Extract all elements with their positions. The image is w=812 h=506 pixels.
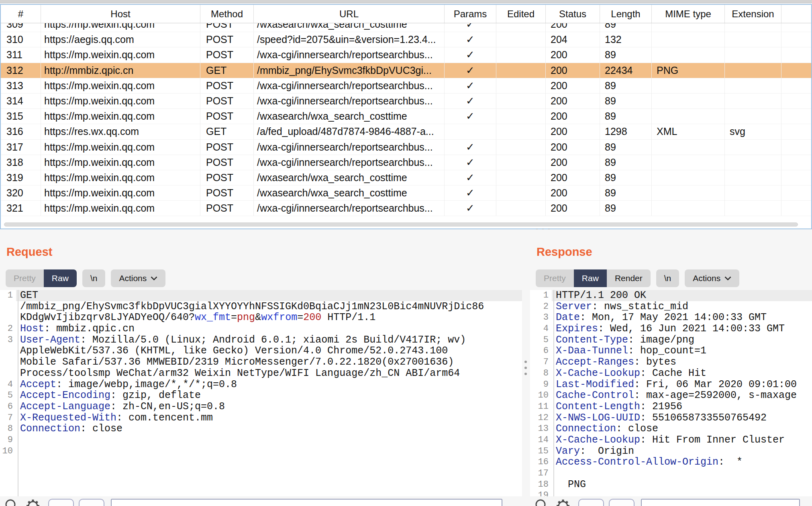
vertical-splitter-handle[interactable] bbox=[524, 361, 527, 375]
cell-num: 316 bbox=[1, 124, 41, 139]
cell-host: https://mp.weixin.qq.com bbox=[41, 78, 200, 94]
cell-host: https://mp.weixin.qq.com bbox=[41, 23, 200, 32]
cell-edited bbox=[496, 124, 546, 139]
cell-edited bbox=[496, 63, 546, 78]
line-number bbox=[0, 301, 15, 312]
search-icon[interactable] bbox=[4, 498, 18, 506]
cell-num: 312 bbox=[1, 63, 41, 78]
cell-mime: PNG bbox=[652, 63, 725, 78]
response-editor[interactable]: 1HTTP/1.1 200 OK2Server: nws_static_mid3… bbox=[530, 290, 812, 496]
table-row-318[interactable]: 318https://mp.weixin.qq.comPOST/wxa-cgi/… bbox=[1, 155, 811, 170]
table-row-310[interactable]: 310https://aegis.qq.comPOST/speed?id=207… bbox=[1, 32, 811, 47]
column-header-host[interactable]: Host bbox=[41, 5, 200, 23]
line-number: 11 bbox=[530, 401, 551, 412]
search-prev-button[interactable] bbox=[48, 499, 74, 506]
column-header-edited[interactable]: Edited bbox=[496, 5, 546, 23]
editor-line: 8Connection: close bbox=[0, 423, 522, 435]
table-row-312[interactable]: 312http://mmbiz.qpic.cnGET/mmbiz_png/Ehy… bbox=[1, 63, 811, 78]
cell-length: 89 bbox=[600, 155, 652, 170]
table-row-316[interactable]: 316https://res.wx.qq.comGET/a/fed_upload… bbox=[1, 124, 811, 139]
cell-mime bbox=[652, 23, 725, 32]
line-number: 1 bbox=[530, 290, 551, 301]
column-header-length[interactable]: Length bbox=[600, 5, 652, 23]
request-tab-pretty[interactable]: Pretty bbox=[6, 269, 44, 287]
horizontal-scrollbar[interactable] bbox=[4, 222, 798, 226]
table-row-309[interactable]: 309https://mp.weixin.qq.comPOST/wxasearc… bbox=[1, 23, 811, 32]
cell-mime bbox=[652, 155, 725, 170]
cell-host: https://mp.weixin.qq.com bbox=[41, 109, 200, 124]
cell-url: /wxasearch/wxa_search_costtime bbox=[254, 109, 445, 124]
search-icon[interactable] bbox=[534, 498, 549, 506]
response-tab-raw[interactable]: Raw bbox=[574, 269, 607, 287]
table-row-311[interactable]: 311https://mp.weixin.qq.comPOST/wxa-cgi/… bbox=[1, 47, 811, 63]
response-tab-actions[interactable]: Actions bbox=[685, 269, 739, 287]
cell-num: 317 bbox=[1, 140, 41, 155]
cell-length: 89 bbox=[600, 140, 652, 155]
cell-method: POST bbox=[200, 23, 254, 32]
cell-length: 89 bbox=[600, 23, 652, 32]
cell-ext bbox=[725, 78, 781, 94]
line-number: 6 bbox=[0, 401, 15, 412]
cell-host: https://res.wx.qq.com bbox=[41, 124, 200, 139]
editor-line: 5Content-Type: image/png bbox=[530, 335, 812, 346]
cell-num: 320 bbox=[1, 186, 41, 201]
response-tab-pretty[interactable]: Pretty bbox=[536, 269, 574, 287]
gear-icon[interactable] bbox=[555, 498, 571, 506]
column-header-method[interactable]: Method bbox=[200, 5, 254, 23]
response-tab-render[interactable]: Render bbox=[607, 269, 651, 287]
line-number: 5 bbox=[0, 390, 15, 401]
cell-url: /wxasearch/wxa_search_costtime bbox=[254, 186, 445, 201]
column-header--[interactable]: # bbox=[1, 5, 41, 23]
search-next-button[interactable] bbox=[609, 499, 635, 506]
table-row-320[interactable]: 320https://mp.weixin.qq.comPOST/wxasearc… bbox=[1, 186, 811, 201]
cell-mime bbox=[652, 32, 725, 47]
request-panel: Request PrettyRaw\nActions 1GET/mmbiz_pn… bbox=[0, 229, 522, 506]
search-next-button[interactable] bbox=[79, 499, 104, 506]
cell-status: 200 bbox=[546, 140, 600, 155]
request-tab-n[interactable]: \n bbox=[82, 269, 106, 287]
cell-length: 89 bbox=[600, 109, 652, 124]
request-tab-raw[interactable]: Raw bbox=[44, 269, 77, 287]
table-row-321[interactable]: 321https://mp.weixin.qq.comPOST/wxa-cgi/… bbox=[1, 201, 811, 216]
cell-url: /wxa-cgi/innersearch/reportsearchbus... bbox=[254, 155, 445, 170]
request-tab-actions[interactable]: Actions bbox=[111, 269, 165, 287]
cell-edited bbox=[496, 140, 546, 155]
table-row-313[interactable]: 313https://mp.weixin.qq.comPOST/wxa-cgi/… bbox=[1, 78, 811, 94]
gear-icon[interactable] bbox=[25, 498, 41, 506]
table-row-317[interactable]: 317https://mp.weixin.qq.comPOST/wxa-cgi/… bbox=[1, 140, 811, 155]
column-header-extension[interactable]: Extension bbox=[725, 5, 781, 23]
cell-length: 132 bbox=[600, 32, 652, 47]
column-header-url[interactable]: URL bbox=[254, 5, 445, 23]
cell-ext bbox=[725, 109, 781, 124]
cell-ext bbox=[725, 63, 781, 78]
cell-mime bbox=[652, 94, 725, 109]
cell-method: POST bbox=[200, 47, 254, 63]
column-header-status[interactable]: Status bbox=[546, 5, 600, 23]
editor-line: 6X-Daa-Tunnel: hop_count=1 bbox=[530, 345, 812, 357]
cell-num: 313 bbox=[1, 78, 41, 94]
table-row-319[interactable]: 319https://mp.weixin.qq.comPOST/wxasearc… bbox=[1, 170, 811, 186]
column-header-params[interactable]: Params bbox=[445, 5, 496, 23]
line-number: 4 bbox=[530, 323, 551, 335]
cell-host: https://mp.weixin.qq.com bbox=[41, 170, 200, 186]
cell-ext bbox=[725, 23, 781, 32]
search-input[interactable] bbox=[641, 499, 800, 506]
request-editor[interactable]: 1GET/mmbiz_png/EhySvmc3fkbDpVUC3gialXYYO… bbox=[0, 290, 522, 496]
search-input[interactable] bbox=[111, 499, 502, 506]
cell-edited bbox=[496, 47, 546, 63]
cell-num: 310 bbox=[1, 32, 41, 47]
cell-url: /wxa-cgi/innersearch/reportsearchbus... bbox=[254, 78, 445, 94]
response-search-bar bbox=[530, 497, 812, 506]
editor-line: 6Accept-Language: zh-CN,en-US;q=0.8 bbox=[0, 401, 522, 412]
line-number bbox=[0, 345, 15, 357]
cell-ext bbox=[725, 155, 781, 170]
cell-host: https://mp.weixin.qq.com bbox=[41, 140, 200, 155]
cell-params: ✓ bbox=[445, 201, 496, 216]
column-header-mime-type[interactable]: MIME type bbox=[652, 5, 725, 23]
table-row-315[interactable]: 315https://mp.weixin.qq.comPOST/wxasearc… bbox=[1, 109, 811, 124]
cell-params: ✓ bbox=[445, 140, 496, 155]
search-prev-button[interactable] bbox=[578, 499, 604, 506]
editor-line: Mobile Safari/537.36 MMWEBID/2319 MicroM… bbox=[0, 357, 522, 368]
table-row-314[interactable]: 314https://mp.weixin.qq.comPOST/wxa-cgi/… bbox=[1, 94, 811, 109]
response-tab-n[interactable]: \n bbox=[656, 269, 679, 287]
